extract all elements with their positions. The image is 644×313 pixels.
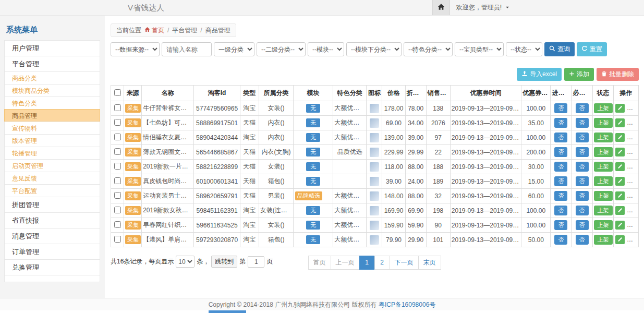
sidebar-item[interactable]: 拼团管理 xyxy=(4,197,100,213)
row-checkbox[interactable] xyxy=(114,236,121,243)
row-checkbox[interactable] xyxy=(114,148,121,155)
horizontal-scrollbar-thumb[interactable] xyxy=(209,310,246,313)
row-checkbox[interactable] xyxy=(114,104,121,111)
sidebar-item[interactable] xyxy=(4,275,100,282)
page-jump-input[interactable] xyxy=(248,256,264,268)
page-button[interactable]: 2 xyxy=(374,256,390,270)
page-button[interactable]: 上一页 xyxy=(331,256,360,270)
data-source-select[interactable]: --数据来源-- xyxy=(111,42,160,56)
must-buy-toggle[interactable]: 否 xyxy=(576,103,589,113)
filter-select[interactable]: --模块-- xyxy=(308,42,344,56)
import-select-toggle[interactable]: 否 xyxy=(554,162,567,172)
edit-button[interactable] xyxy=(615,191,625,200)
import-select-toggle[interactable]: 否 xyxy=(554,103,567,113)
page-button[interactable]: 下一页 xyxy=(390,256,419,270)
must-buy-toggle[interactable]: 否 xyxy=(576,176,589,186)
page-button[interactable]: 末页 xyxy=(418,256,441,270)
must-buy-toggle[interactable]: 否 xyxy=(576,235,589,245)
status-button[interactable]: 上架 xyxy=(594,235,613,245)
filter-select[interactable]: --状态-- xyxy=(506,42,542,56)
import-select-toggle[interactable]: 否 xyxy=(554,191,567,201)
import-select-toggle[interactable]: 否 xyxy=(554,220,567,230)
status-button[interactable]: 上架 xyxy=(594,133,613,142)
filter-select[interactable]: --特色分类-- xyxy=(404,42,453,56)
sidebar-item[interactable]: 宣传物料 xyxy=(4,122,100,135)
edit-button[interactable] xyxy=(615,104,625,113)
delete-button[interactable] xyxy=(627,162,637,171)
reset-button[interactable]: 重置 xyxy=(577,42,607,56)
sidebar-item[interactable]: 模块商品分类 xyxy=(4,84,100,97)
status-button[interactable]: 上架 xyxy=(594,176,613,186)
row-checkbox[interactable] xyxy=(114,163,121,170)
edit-button[interactable] xyxy=(615,118,625,127)
row-checkbox[interactable] xyxy=(114,119,121,126)
import-select-toggle[interactable]: 否 xyxy=(554,176,567,186)
status-button[interactable]: 上架 xyxy=(594,147,613,157)
must-buy-toggle[interactable]: 否 xyxy=(576,220,589,230)
delete-button[interactable] xyxy=(627,177,637,186)
sidebar-item[interactable]: 省直快报 xyxy=(4,212,100,228)
row-checkbox[interactable] xyxy=(114,221,121,228)
per-page-select[interactable]: 10 xyxy=(176,256,195,268)
must-buy-toggle[interactable]: 否 xyxy=(576,206,589,215)
edit-button[interactable] xyxy=(615,148,625,156)
sidebar-item[interactable]: 平台配置 xyxy=(4,184,100,197)
status-button[interactable]: 上架 xyxy=(594,206,613,215)
sidebar-item[interactable]: 平台管理 xyxy=(4,56,100,72)
search-button[interactable]: 查询 xyxy=(544,42,575,56)
import-select-toggle[interactable]: 否 xyxy=(554,235,567,245)
edit-button[interactable] xyxy=(615,235,625,244)
edit-button[interactable] xyxy=(615,206,625,215)
sidebar-item[interactable]: 意见反馈 xyxy=(4,172,100,185)
sidebar-item[interactable]: 启动页管理 xyxy=(4,159,100,172)
status-button[interactable]: 上架 xyxy=(594,220,613,230)
sidebar-item[interactable]: 特色分类 xyxy=(4,97,100,110)
delete-button[interactable] xyxy=(627,104,637,113)
add-button[interactable]: 添加 xyxy=(564,68,594,81)
must-buy-toggle[interactable]: 否 xyxy=(576,147,589,157)
must-buy-toggle[interactable]: 否 xyxy=(576,191,589,201)
icp-link[interactable]: 粤ICP备16098006号 xyxy=(379,301,435,308)
delete-button[interactable] xyxy=(627,118,637,127)
import-select-toggle[interactable]: 否 xyxy=(554,118,567,128)
delete-button[interactable] xyxy=(627,191,637,200)
sidebar-item[interactable]: 商品管理 xyxy=(4,109,100,122)
delete-button[interactable] xyxy=(627,206,637,215)
import-select-toggle[interactable]: 否 xyxy=(554,206,567,215)
sidebar-item[interactable]: 商品分类 xyxy=(4,71,100,85)
filter-select[interactable]: --模块下分类-- xyxy=(346,42,402,56)
status-button[interactable]: 上架 xyxy=(594,103,613,113)
filter-select[interactable]: --宝贝类型-- xyxy=(455,42,504,56)
must-buy-toggle[interactable]: 否 xyxy=(576,133,589,142)
delete-button[interactable] xyxy=(627,133,637,142)
sidebar-item[interactable]: 消息管理 xyxy=(4,228,100,244)
import-select-toggle[interactable]: 否 xyxy=(554,147,567,157)
must-buy-toggle[interactable]: 否 xyxy=(576,118,589,128)
page-button[interactable]: 1 xyxy=(359,256,375,270)
status-button[interactable]: 上架 xyxy=(594,162,613,172)
filter-select[interactable]: --二级分类-- xyxy=(257,42,306,56)
row-checkbox[interactable] xyxy=(114,134,121,140)
edit-button[interactable] xyxy=(615,162,625,171)
edit-button[interactable] xyxy=(615,177,625,186)
row-checkbox[interactable] xyxy=(114,192,121,199)
delete-button[interactable] xyxy=(627,221,637,230)
sidebar-item[interactable]: 订单管理 xyxy=(4,244,100,260)
user-menu[interactable]: 欢迎您，管理员! xyxy=(450,0,516,15)
import-excel-button[interactable]: 导入excel xyxy=(517,68,562,81)
delete-button[interactable] xyxy=(627,148,637,156)
edit-button[interactable] xyxy=(615,221,625,230)
jump-button[interactable]: 跳转到 xyxy=(211,256,237,268)
name-search-input[interactable] xyxy=(162,42,212,56)
edit-button[interactable] xyxy=(615,133,625,142)
breadcrumb-home-link[interactable]: 首页 xyxy=(144,26,164,35)
select-all-checkbox[interactable] xyxy=(114,89,121,96)
sidebar-item[interactable]: 版本管理 xyxy=(4,134,100,147)
bulk-delete-button[interactable]: 批量删除 xyxy=(597,68,639,81)
sidebar-item[interactable]: 兑换管理 xyxy=(4,259,100,275)
must-buy-toggle[interactable]: 否 xyxy=(576,162,589,172)
status-button[interactable]: 上架 xyxy=(594,118,613,128)
import-select-toggle[interactable]: 否 xyxy=(554,133,567,142)
filter-select[interactable]: 一级分类 xyxy=(214,42,254,56)
page-button[interactable]: 首页 xyxy=(308,256,331,270)
